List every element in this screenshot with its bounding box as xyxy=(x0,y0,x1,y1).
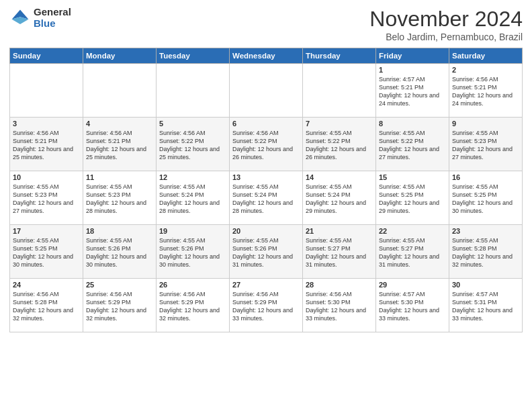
day-header-wednesday: Wednesday xyxy=(230,48,303,64)
day-header-friday: Friday xyxy=(376,48,449,64)
calendar-cell: 18Sunrise: 4:55 AMSunset: 5:26 PMDayligh… xyxy=(83,225,157,279)
calendar-table: SundayMondayTuesdayWednesdayThursdayFrid… xyxy=(9,48,523,332)
day-header-monday: Monday xyxy=(83,48,157,64)
day-info: Sunrise: 4:55 AMSunset: 5:25 PMDaylight:… xyxy=(379,183,446,216)
calendar-cell: 27Sunrise: 4:56 AMSunset: 5:29 PMDayligh… xyxy=(230,279,303,332)
day-number: 27 xyxy=(232,281,300,289)
day-info: Sunrise: 4:55 AMSunset: 5:27 PMDaylight:… xyxy=(379,236,446,269)
logo: General Blue xyxy=(9,7,71,29)
header: General Blue November 2024 Belo Jardim, … xyxy=(9,7,523,42)
calendar-cell: 8Sunrise: 4:55 AMSunset: 5:22 PMDaylight… xyxy=(376,118,449,171)
day-number: 29 xyxy=(379,281,446,289)
day-info: Sunrise: 4:55 AMSunset: 5:23 PMDaylight:… xyxy=(86,183,153,216)
calendar-body: 1Sunrise: 4:57 AMSunset: 5:21 PMDaylight… xyxy=(10,64,523,332)
calendar-cell: 10Sunrise: 4:55 AMSunset: 5:23 PMDayligh… xyxy=(10,171,83,225)
day-number: 3 xyxy=(13,120,80,128)
calendar-cell: 15Sunrise: 4:55 AMSunset: 5:25 PMDayligh… xyxy=(376,171,449,225)
day-info: Sunrise: 4:57 AMSunset: 5:21 PMDaylight:… xyxy=(379,75,446,108)
day-header-saturday: Saturday xyxy=(449,48,523,64)
day-info: Sunrise: 4:55 AMSunset: 5:23 PMDaylight:… xyxy=(13,183,80,216)
day-info: Sunrise: 4:55 AMSunset: 5:26 PMDaylight:… xyxy=(159,236,226,269)
day-header-tuesday: Tuesday xyxy=(157,48,230,64)
calendar-cell: 13Sunrise: 4:55 AMSunset: 5:24 PMDayligh… xyxy=(230,171,303,225)
calendar-cell: 6Sunrise: 4:56 AMSunset: 5:22 PMDaylight… xyxy=(230,118,303,171)
calendar-cell: 16Sunrise: 4:55 AMSunset: 5:25 PMDayligh… xyxy=(449,171,523,225)
day-info: Sunrise: 4:56 AMSunset: 5:30 PMDaylight:… xyxy=(306,290,373,323)
page: General Blue November 2024 Belo Jardim, … xyxy=(0,0,532,411)
day-number: 19 xyxy=(159,227,226,235)
day-info: Sunrise: 4:56 AMSunset: 5:29 PMDaylight:… xyxy=(159,290,226,323)
day-number: 25 xyxy=(86,281,153,289)
calendar-cell: 2Sunrise: 4:56 AMSunset: 5:21 PMDaylight… xyxy=(449,64,523,118)
day-number: 28 xyxy=(306,281,373,289)
calendar-cell xyxy=(10,64,83,118)
calendar-cell: 12Sunrise: 4:55 AMSunset: 5:24 PMDayligh… xyxy=(157,171,230,225)
week-row-5: 24Sunrise: 4:56 AMSunset: 5:28 PMDayligh… xyxy=(10,279,523,332)
week-row-1: 1Sunrise: 4:57 AMSunset: 5:21 PMDaylight… xyxy=(10,64,523,118)
calendar-cell: 25Sunrise: 4:56 AMSunset: 5:29 PMDayligh… xyxy=(83,279,157,332)
day-number: 23 xyxy=(452,227,519,235)
day-number: 20 xyxy=(232,227,300,235)
day-info: Sunrise: 4:55 AMSunset: 5:24 PMDaylight:… xyxy=(159,183,226,216)
day-number: 13 xyxy=(232,173,300,181)
day-info: Sunrise: 4:57 AMSunset: 5:30 PMDaylight:… xyxy=(379,290,446,323)
calendar-cell: 29Sunrise: 4:57 AMSunset: 5:30 PMDayligh… xyxy=(376,279,449,332)
location: Belo Jardim, Pernambuco, Brazil xyxy=(369,32,523,42)
calendar-cell: 24Sunrise: 4:56 AMSunset: 5:28 PMDayligh… xyxy=(10,279,83,332)
calendar-cell: 9Sunrise: 4:55 AMSunset: 5:23 PMDaylight… xyxy=(449,118,523,171)
day-info: Sunrise: 4:55 AMSunset: 5:24 PMDaylight:… xyxy=(306,183,373,216)
calendar-cell: 21Sunrise: 4:55 AMSunset: 5:27 PMDayligh… xyxy=(303,225,376,279)
day-number: 2 xyxy=(452,66,519,74)
day-number: 15 xyxy=(379,173,446,181)
calendar-cell: 28Sunrise: 4:56 AMSunset: 5:30 PMDayligh… xyxy=(303,279,376,332)
calendar-cell: 20Sunrise: 4:55 AMSunset: 5:26 PMDayligh… xyxy=(230,225,303,279)
day-number: 24 xyxy=(13,281,80,289)
logo-blue: Blue xyxy=(34,18,71,30)
calendar-cell xyxy=(230,64,303,118)
day-number: 30 xyxy=(452,281,519,289)
day-info: Sunrise: 4:56 AMSunset: 5:28 PMDaylight:… xyxy=(13,290,80,323)
week-row-4: 17Sunrise: 4:55 AMSunset: 5:25 PMDayligh… xyxy=(10,225,523,279)
title-section: November 2024 Belo Jardim, Pernambuco, B… xyxy=(369,7,523,42)
calendar-cell: 17Sunrise: 4:55 AMSunset: 5:25 PMDayligh… xyxy=(10,225,83,279)
day-header-thursday: Thursday xyxy=(303,48,376,64)
day-number: 26 xyxy=(159,281,226,289)
day-info: Sunrise: 4:56 AMSunset: 5:22 PMDaylight:… xyxy=(159,129,226,162)
header-row: SundayMondayTuesdayWednesdayThursdayFrid… xyxy=(10,48,523,64)
day-number: 6 xyxy=(232,120,300,128)
calendar-header: SundayMondayTuesdayWednesdayThursdayFrid… xyxy=(10,48,523,64)
calendar-cell: 7Sunrise: 4:55 AMSunset: 5:22 PMDaylight… xyxy=(303,118,376,171)
day-info: Sunrise: 4:56 AMSunset: 5:29 PMDaylight:… xyxy=(86,290,153,323)
calendar-cell: 14Sunrise: 4:55 AMSunset: 5:24 PMDayligh… xyxy=(303,171,376,225)
calendar-cell: 30Sunrise: 4:57 AMSunset: 5:31 PMDayligh… xyxy=(449,279,523,332)
day-info: Sunrise: 4:55 AMSunset: 5:23 PMDaylight:… xyxy=(452,129,519,162)
month-title: November 2024 xyxy=(369,7,523,32)
calendar-cell xyxy=(83,64,157,118)
day-number: 21 xyxy=(306,227,373,235)
day-info: Sunrise: 4:55 AMSunset: 5:26 PMDaylight:… xyxy=(86,236,153,269)
day-info: Sunrise: 4:55 AMSunset: 5:27 PMDaylight:… xyxy=(306,236,373,269)
day-info: Sunrise: 4:56 AMSunset: 5:21 PMDaylight:… xyxy=(13,129,80,162)
logo-text: General Blue xyxy=(34,7,71,29)
day-number: 12 xyxy=(159,173,226,181)
day-number: 18 xyxy=(86,227,153,235)
day-number: 17 xyxy=(13,227,80,235)
logo-icon xyxy=(9,7,31,29)
week-row-3: 10Sunrise: 4:55 AMSunset: 5:23 PMDayligh… xyxy=(10,171,523,225)
day-number: 8 xyxy=(379,120,446,128)
calendar-cell: 26Sunrise: 4:56 AMSunset: 5:29 PMDayligh… xyxy=(157,279,230,332)
day-info: Sunrise: 4:55 AMSunset: 5:28 PMDaylight:… xyxy=(452,236,519,269)
week-row-2: 3Sunrise: 4:56 AMSunset: 5:21 PMDaylight… xyxy=(10,118,523,171)
day-number: 16 xyxy=(452,173,519,181)
day-number: 10 xyxy=(13,173,80,181)
day-number: 14 xyxy=(306,173,373,181)
day-info: Sunrise: 4:55 AMSunset: 5:24 PMDaylight:… xyxy=(232,183,300,216)
day-number: 9 xyxy=(452,120,519,128)
calendar-cell: 22Sunrise: 4:55 AMSunset: 5:27 PMDayligh… xyxy=(376,225,449,279)
day-number: 11 xyxy=(86,173,153,181)
day-header-sunday: Sunday xyxy=(10,48,83,64)
day-info: Sunrise: 4:56 AMSunset: 5:22 PMDaylight:… xyxy=(232,129,300,162)
day-number: 1 xyxy=(379,66,446,74)
day-info: Sunrise: 4:55 AMSunset: 5:26 PMDaylight:… xyxy=(232,236,300,269)
day-info: Sunrise: 4:56 AMSunset: 5:21 PMDaylight:… xyxy=(452,75,519,108)
